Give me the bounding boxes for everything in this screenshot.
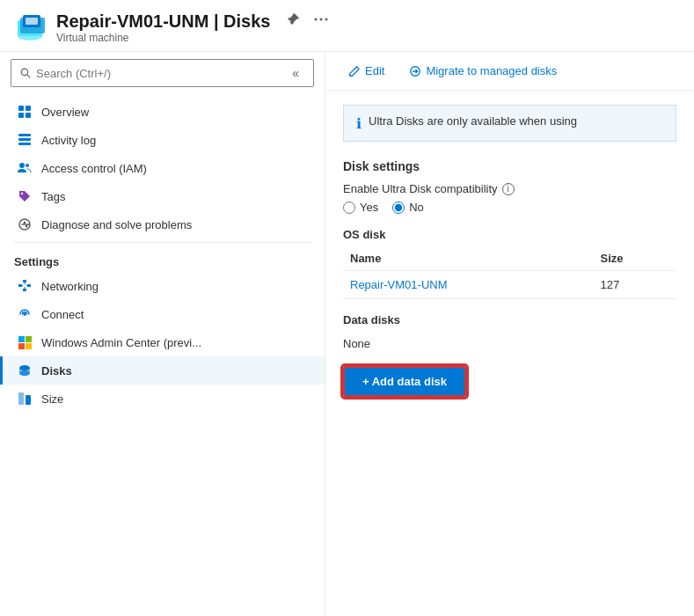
sidebar-divider — [14, 242, 310, 243]
radio-yes[interactable] — [343, 202, 355, 214]
svg-rect-33 — [26, 343, 32, 349]
yes-label: Yes — [360, 201, 378, 214]
size-icon — [17, 391, 33, 407]
svg-rect-15 — [18, 138, 31, 141]
content-area: ℹ Ultra Disks are only available when us… — [325, 91, 694, 411]
search-input[interactable] — [36, 67, 281, 80]
col-name: Name — [343, 246, 594, 271]
page-title: Repair-VM01-UNM | Disks — [56, 11, 270, 32]
sidebar-item-connect[interactable]: Connect — [0, 300, 325, 328]
svg-rect-22 — [23, 280, 26, 282]
svg-rect-30 — [18, 336, 25, 342]
sidebar-item-label: Disks — [41, 364, 72, 378]
sidebar: « Overview Activity log Access contr — [0, 52, 325, 616]
svg-rect-10 — [18, 106, 24, 111]
sidebar-item-label: Networking — [41, 280, 99, 293]
svg-point-17 — [19, 163, 25, 168]
sidebar-item-label: Activity log — [41, 134, 96, 147]
svg-rect-11 — [26, 106, 31, 111]
os-disk-title: OS disk — [343, 228, 676, 241]
migrate-label: Migrate to managed disks — [426, 64, 557, 77]
search-box[interactable]: « — [11, 59, 314, 87]
sidebar-item-tags[interactable]: Tags — [0, 182, 325, 210]
no-data-disks-label: None — [343, 332, 676, 356]
edit-label: Edit — [365, 64, 384, 77]
access-control-icon — [17, 160, 33, 176]
diagnose-icon — [17, 216, 33, 232]
svg-rect-14 — [18, 134, 31, 136]
sidebar-item-overview[interactable]: Overview — [0, 98, 325, 126]
table-row: Repair-VM01-UNM 127 — [343, 271, 676, 299]
search-icon — [20, 67, 31, 79]
info-bar: ℹ Ultra Disks are only available when us… — [343, 105, 676, 142]
sidebar-item-networking[interactable]: Networking — [0, 272, 325, 300]
radio-no-label[interactable]: No — [392, 201, 424, 214]
sidebar-item-diagnose[interactable]: Diagnose and solve problems — [0, 210, 325, 238]
add-data-disk-button[interactable]: + Add data disk — [343, 366, 466, 397]
settings-section-label: Settings — [0, 246, 325, 272]
no-label: No — [409, 201, 424, 214]
main-content: Edit Migrate to managed disks ℹ Ultra Di… — [325, 52, 694, 616]
edit-button[interactable]: Edit — [343, 61, 390, 81]
disk-settings-title: Disk settings — [343, 159, 676, 173]
sidebar-item-activity-log[interactable]: Activity log — [0, 126, 325, 154]
resource-type-label: Virtual machine — [56, 32, 332, 44]
collapse-sidebar-button[interactable]: « — [287, 64, 304, 82]
migrate-button[interactable]: Migrate to managed disks — [404, 61, 562, 81]
sidebar-item-access-control[interactable]: Access control (IAM) — [0, 154, 325, 182]
more-button[interactable] — [310, 11, 332, 32]
info-bar-message: Ultra Disks are only available when usin… — [369, 114, 577, 128]
sidebar-item-label: Overview — [41, 106, 89, 119]
os-disk-table: Name Size Repair-VM01-UNM 127 — [343, 246, 676, 299]
windows-admin-icon — [17, 334, 33, 350]
page-header: Repair-VM01-UNM | Disks Virtual machine — [0, 0, 694, 52]
svg-rect-32 — [18, 343, 25, 349]
sidebar-item-disks[interactable]: Disks — [0, 356, 325, 385]
svg-point-35 — [19, 370, 30, 376]
pin-button[interactable] — [282, 11, 303, 32]
svg-rect-13 — [26, 113, 31, 118]
sidebar-item-label: Tags — [41, 190, 65, 203]
toolbar: Edit Migrate to managed disks — [325, 52, 694, 91]
svg-rect-16 — [18, 143, 31, 145]
sidebar-nav: Overview Activity log Access control (IA… — [0, 94, 325, 616]
tags-icon — [17, 188, 33, 204]
sidebar-item-label: Access control (IAM) — [41, 162, 147, 175]
disk-name-link[interactable]: Repair-VM01-UNM — [350, 278, 448, 291]
svg-rect-36 — [18, 392, 24, 405]
disks-icon — [17, 363, 33, 378]
svg-line-9 — [27, 75, 30, 77]
overview-icon — [17, 104, 33, 120]
svg-rect-37 — [26, 395, 31, 405]
help-icon[interactable]: i — [502, 183, 515, 195]
disk-size: 127 — [594, 271, 676, 299]
svg-point-29 — [24, 313, 26, 315]
radio-no[interactable] — [392, 202, 405, 214]
networking-icon — [17, 278, 33, 294]
radio-yes-label[interactable]: Yes — [343, 201, 378, 214]
header-text-group: Repair-VM01-UNM | Disks Virtual machine — [56, 11, 332, 44]
ultra-disk-radio-group: Yes No — [343, 201, 676, 214]
svg-point-6 — [320, 18, 323, 21]
os-disk-section: OS disk Name Size Repair-VM01-UNM — [343, 228, 676, 299]
data-disks-title: Data disks — [343, 313, 676, 326]
svg-point-8 — [21, 69, 28, 76]
enable-ultra-label: Enable Ultra Disk compatibility i — [343, 182, 676, 195]
col-size: Size — [594, 246, 676, 271]
info-bar-icon: ℹ — [356, 115, 362, 132]
connect-icon — [17, 306, 33, 322]
sidebar-item-size[interactable]: Size — [0, 385, 325, 413]
svg-rect-23 — [27, 284, 31, 287]
sidebar-item-label: Size — [41, 392, 63, 406]
svg-point-19 — [21, 193, 23, 194]
svg-point-18 — [26, 164, 29, 167]
vm-icon — [14, 11, 46, 43]
sidebar-item-label: Diagnose and solve problems — [41, 218, 192, 231]
edit-icon — [348, 65, 361, 77]
sidebar-item-windows-admin[interactable]: Windows Admin Center (previ... — [0, 328, 325, 356]
svg-rect-24 — [23, 289, 26, 291]
migrate-icon — [409, 65, 421, 77]
svg-point-5 — [315, 18, 318, 21]
svg-rect-4 — [26, 18, 38, 25]
svg-rect-12 — [18, 113, 24, 118]
